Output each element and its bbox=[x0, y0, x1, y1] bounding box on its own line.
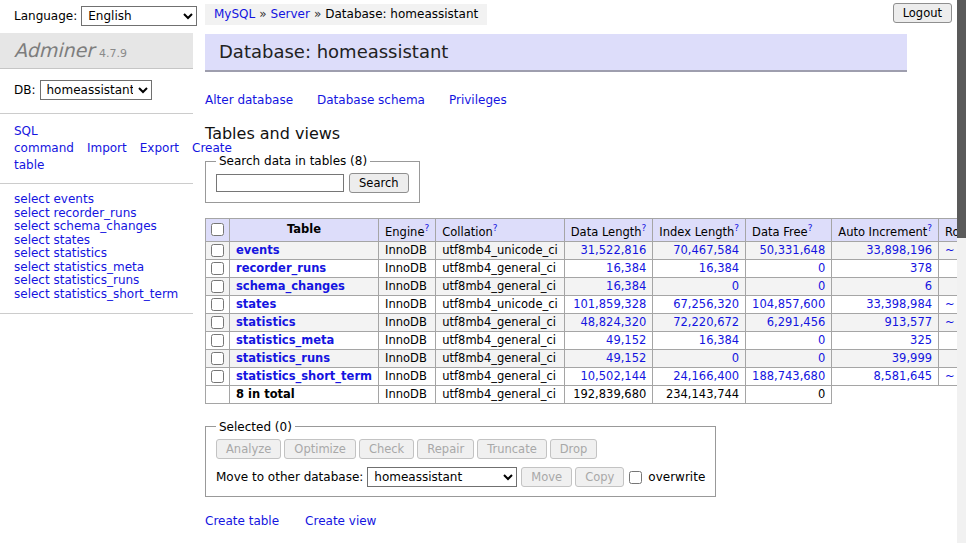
overwrite-label[interactable]: overwrite bbox=[648, 470, 705, 484]
sidebar-item-export[interactable]: Export bbox=[140, 141, 179, 155]
copy-button[interactable]: Copy bbox=[575, 467, 624, 487]
repair-button[interactable]: Repair bbox=[417, 439, 474, 459]
vertical-scrollbar[interactable] bbox=[957, 0, 966, 543]
row-checkbox[interactable] bbox=[211, 298, 224, 311]
column-header-collation: Collation? bbox=[436, 219, 565, 242]
table-link[interactable]: states bbox=[236, 297, 276, 311]
truncate-button[interactable]: Truncate bbox=[477, 439, 547, 459]
db-select[interactable]: homeassistant bbox=[40, 80, 152, 100]
table-link[interactable]: events bbox=[236, 243, 280, 257]
sidebar-item-select-statistics[interactable]: select statistics bbox=[14, 247, 179, 260]
sidebar-item-select-events[interactable]: select events bbox=[14, 193, 179, 206]
row-checkbox[interactable] bbox=[211, 280, 224, 293]
data-free-link[interactable]: 188,743,680 bbox=[752, 369, 825, 383]
drop-button[interactable]: Drop bbox=[550, 439, 598, 459]
auto-increment-link[interactable]: 33,398,984 bbox=[866, 297, 932, 311]
help-icon[interactable]: ? bbox=[424, 223, 429, 233]
alter-database-link[interactable]: Alter database bbox=[205, 93, 293, 107]
data-free-link[interactable]: 0 bbox=[818, 261, 825, 275]
table-link[interactable]: schema_changes bbox=[236, 279, 345, 293]
row-checkbox[interactable] bbox=[211, 262, 224, 275]
data-free-link[interactable]: 0 bbox=[818, 351, 825, 365]
table-link[interactable]: statistics_meta bbox=[236, 333, 334, 347]
help-icon[interactable]: ? bbox=[734, 223, 739, 233]
index-length-link[interactable]: 67,256,320 bbox=[673, 297, 739, 311]
sidebar-item-sql-command[interactable]: SQL command bbox=[14, 124, 74, 155]
index-length-link[interactable]: 0 bbox=[732, 279, 739, 293]
index-length-link[interactable]: 0 bbox=[732, 351, 739, 365]
data-length-link[interactable]: 48,824,320 bbox=[580, 315, 646, 329]
sidebar-item-select-recorder-runs[interactable]: select recorder_runs bbox=[14, 207, 179, 220]
language-select[interactable]: English bbox=[81, 6, 197, 26]
database-schema-link[interactable]: Database schema bbox=[317, 93, 425, 107]
index-length-link[interactable]: 72,220,672 bbox=[673, 315, 739, 329]
column-header-data-free: Data Free? bbox=[746, 219, 832, 242]
help-icon[interactable]: ? bbox=[808, 223, 813, 233]
index-length-link[interactable]: 70,467,584 bbox=[673, 243, 739, 257]
move-button[interactable]: Move bbox=[521, 467, 572, 487]
help-icon[interactable]: ? bbox=[927, 223, 932, 233]
help-icon[interactable]: ? bbox=[642, 223, 647, 233]
move-db-select[interactable]: homeassistant bbox=[367, 467, 517, 487]
table-link[interactable]: statistics bbox=[236, 315, 296, 329]
auto-increment-link[interactable]: 33,898,196 bbox=[866, 243, 932, 257]
select-all-checkbox[interactable] bbox=[211, 223, 224, 236]
optimize-button[interactable]: Optimize bbox=[284, 439, 356, 459]
search-input[interactable] bbox=[216, 174, 344, 192]
data-free-link[interactable]: 104,857,600 bbox=[752, 297, 825, 311]
data-length-link[interactable]: 31,522,816 bbox=[580, 243, 646, 257]
auto-increment-link[interactable]: 913,577 bbox=[884, 315, 932, 329]
help-icon[interactable]: ? bbox=[493, 223, 498, 233]
privileges-link[interactable]: Privileges bbox=[449, 93, 507, 107]
breadcrumb-server-link[interactable]: Server bbox=[271, 7, 310, 21]
column-header-data-length: Data Length? bbox=[564, 219, 653, 242]
data-length-link[interactable]: 101,859,328 bbox=[573, 297, 646, 311]
tables-overview-table: Table Engine? Collation? Data Length? In… bbox=[205, 218, 966, 404]
row-checkbox[interactable] bbox=[211, 352, 224, 365]
move-row: Move to other database:homeassistantMove… bbox=[216, 467, 705, 487]
sidebar-item-select-states[interactable]: select states bbox=[14, 234, 179, 247]
data-free-link[interactable]: 50,331,648 bbox=[759, 243, 825, 257]
data-free-link[interactable]: 0 bbox=[818, 279, 825, 293]
create-view-link[interactable]: Create view bbox=[305, 514, 376, 528]
sidebar-actions: SQL commandImportExportCreate table bbox=[0, 114, 193, 184]
search-button[interactable]: Search bbox=[349, 173, 409, 193]
auto-increment-link[interactable]: 325 bbox=[910, 333, 932, 347]
row-checkbox[interactable] bbox=[211, 244, 224, 257]
table-link[interactable]: statistics_short_term bbox=[236, 369, 372, 383]
create-table-link[interactable]: Create table bbox=[205, 514, 279, 528]
sidebar-item-select-statistics-meta[interactable]: select statistics_meta bbox=[14, 261, 179, 274]
row-checkbox[interactable] bbox=[211, 334, 224, 347]
table-link[interactable]: recorder_runs bbox=[236, 261, 326, 275]
index-length-link[interactable]: 24,166,400 bbox=[673, 369, 739, 383]
check-button[interactable]: Check bbox=[359, 439, 414, 459]
sidebar-item-select-statistics-short-term[interactable]: select statistics_short_term bbox=[14, 288, 179, 301]
sidebar-item-select-statistics-runs[interactable]: select statistics_runs bbox=[14, 274, 179, 287]
data-length-link[interactable]: 10,502,144 bbox=[580, 369, 646, 383]
data-length-link[interactable]: 49,152 bbox=[606, 351, 646, 365]
index-length-link[interactable]: 16,384 bbox=[699, 261, 739, 275]
overwrite-checkbox[interactable] bbox=[629, 471, 642, 484]
row-checkbox[interactable] bbox=[211, 316, 224, 329]
table-row: statistics_meta InnoDB utf8mb4_general_c… bbox=[206, 331, 966, 349]
sidebar-item-import[interactable]: Import bbox=[87, 141, 127, 155]
breadcrumb-mysql-link[interactable]: MySQL bbox=[214, 7, 255, 21]
data-free-link[interactable]: 6,291,456 bbox=[767, 315, 826, 329]
auto-increment-link[interactable]: 8,581,645 bbox=[874, 369, 933, 383]
auto-increment-link[interactable]: 378 bbox=[910, 261, 932, 275]
auto-increment-link[interactable]: 6 bbox=[925, 279, 932, 293]
data-length-link[interactable]: 16,384 bbox=[606, 279, 646, 293]
data-length-link[interactable]: 16,384 bbox=[606, 261, 646, 275]
column-header-table: Table bbox=[230, 219, 379, 242]
total-data-free: 0 bbox=[746, 385, 832, 403]
logout-button[interactable]: Logout bbox=[893, 3, 952, 23]
analyze-button[interactable]: Analyze bbox=[216, 439, 281, 459]
index-length-link[interactable]: 16,384 bbox=[699, 333, 739, 347]
data-free-link[interactable]: 0 bbox=[818, 333, 825, 347]
auto-increment-link[interactable]: 39,999 bbox=[892, 351, 932, 365]
table-link[interactable]: statistics_runs bbox=[236, 351, 330, 365]
sidebar-item-select-schema-changes[interactable]: select schema_changes bbox=[14, 220, 179, 233]
scrollbar-thumb[interactable] bbox=[957, 0, 966, 238]
data-length-link[interactable]: 49,152 bbox=[606, 333, 646, 347]
row-checkbox[interactable] bbox=[211, 370, 224, 383]
